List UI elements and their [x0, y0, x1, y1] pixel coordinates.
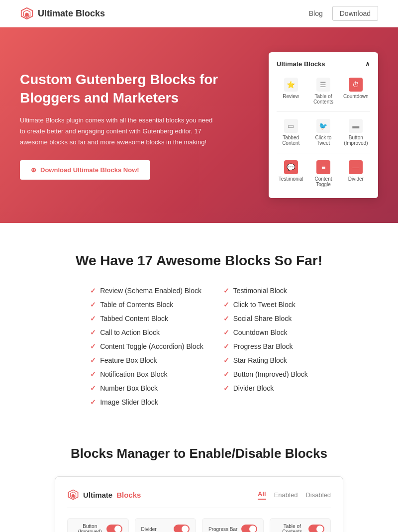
- nav-logo: Ultimate Blocks: [20, 6, 105, 20]
- card-item-testimonial: 💬 Testimonial: [277, 157, 305, 190]
- manager-logo-plain: Ultimate: [83, 491, 112, 499]
- check-icon: ✓: [223, 370, 229, 378]
- check-icon: ✓: [90, 328, 96, 336]
- check-icon: ✓: [223, 287, 229, 295]
- card-item-toggle: ≡ Content Toggle: [309, 157, 337, 190]
- toggle-switch[interactable]: [308, 525, 324, 532]
- list-item: ✓Divider Block: [223, 384, 308, 392]
- tab-disabled[interactable]: Disabled: [305, 491, 331, 499]
- list-item: ✓Feature Box Block: [90, 356, 203, 364]
- block-name: Click to Tweet Block: [233, 301, 296, 309]
- toggle-switch[interactable]: [106, 525, 122, 532]
- list-item: ✓Notification Box Block: [90, 370, 203, 378]
- check-icon: ✓: [90, 370, 96, 378]
- list-item: ✓Social Share Block: [223, 315, 308, 322]
- check-icon: ✓: [90, 342, 96, 350]
- list-item: ✓Countdown Block: [223, 328, 308, 336]
- list-item: ✓Table of Contents Block: [90, 301, 203, 309]
- manager-tabs: All Enabled Disabled: [258, 490, 331, 500]
- check-icon: ✓: [223, 328, 229, 336]
- svg-marker-5: [72, 494, 75, 498]
- hero-card-title: Ultimate Blocks: [277, 60, 325, 68]
- toggle-item: Progress Bar: [202, 518, 264, 532]
- block-name: Countdown Block: [233, 328, 288, 336]
- logo-icon: [20, 6, 34, 20]
- card-item-toc-label: Table of Contents: [310, 94, 336, 105]
- toggle-item: Button (Improved): [67, 518, 129, 532]
- hero-description: Ultimate Blocks plugin comes with all th…: [20, 115, 219, 148]
- block-name: Testimonial Block: [233, 287, 287, 295]
- list-item: ✓Number Box Block: [90, 384, 203, 392]
- toggle-switch[interactable]: [174, 525, 190, 532]
- block-name: Review (Schema Enabled) Block: [100, 287, 201, 295]
- check-icon: ✓: [223, 315, 229, 322]
- block-name: Divider Block: [233, 384, 274, 392]
- blocks-col-right: ✓Testimonial Block ✓Click to Tweet Block…: [223, 287, 308, 406]
- check-icon: ✓: [223, 342, 229, 350]
- block-name: Number Box Block: [100, 384, 158, 392]
- list-item: ✓Content Toggle (Accordion) Block: [90, 342, 203, 350]
- manager-section: Blocks Manager to Enable/Disable Blocks …: [0, 426, 398, 532]
- card-item-tabbed-label: Tabbed Content: [278, 135, 304, 146]
- check-icon: ✓: [90, 287, 96, 295]
- toggle-label: Progress Bar: [208, 527, 237, 532]
- block-name: Content Toggle (Accordion) Block: [100, 342, 203, 350]
- manager-logo: Ultimate Blocks: [67, 489, 141, 501]
- toggle-knob: [114, 526, 121, 532]
- list-item: ✓Call to Action Block: [90, 328, 203, 336]
- toggle-knob: [182, 526, 189, 532]
- check-icon: ✓: [223, 384, 229, 392]
- hero-card-header: Ultimate Blocks ∧: [277, 60, 370, 68]
- hero-text-block: Custom Gutenberg Blocks for Bloggers and…: [20, 71, 219, 179]
- manager-logo-red: Blocks: [116, 491, 141, 499]
- card-divider-2: [277, 153, 370, 153]
- hero-section: Custom Gutenberg Blocks for Bloggers and…: [0, 27, 398, 223]
- hero-button-label: Download Ultimate Blocks Now!: [40, 166, 139, 174]
- toggle-switch[interactable]: [241, 525, 257, 532]
- tab-all[interactable]: All: [258, 490, 266, 500]
- check-icon: ✓: [90, 398, 96, 406]
- card-item-tweet: 🐦 Click to Tweet: [309, 116, 337, 149]
- blocks-list-title: We Have 17 Awesome Blocks So Far!: [20, 253, 378, 269]
- check-icon: ✓: [90, 301, 96, 309]
- check-icon: ✓: [223, 356, 229, 364]
- card-item-tweet-label: Click to Tweet: [310, 135, 336, 146]
- block-name: Star Rating Block: [233, 356, 287, 364]
- block-name: Progress Bar Block: [233, 342, 293, 350]
- toggle-grid: Button (Improved) Divider Progress Bar T…: [67, 518, 331, 532]
- check-icon: ✓: [90, 384, 96, 392]
- hero-card-grid: ⭐ Review ☰ Table of Contents ⏱ Countdown: [277, 75, 370, 107]
- check-icon: ✓: [90, 315, 96, 322]
- manager-logo-icon: [67, 489, 79, 501]
- block-name: Social Share Block: [233, 315, 292, 322]
- navbar: Ultimate Blocks Blog Download: [0, 0, 398, 27]
- check-icon: ✓: [223, 301, 229, 309]
- svg-marker-2: [25, 12, 28, 17]
- hero-card-collapse-icon: ∧: [365, 60, 370, 68]
- divider-block-icon: —: [349, 160, 363, 174]
- block-name: Feature Box Block: [100, 356, 157, 364]
- toc-icon: ☰: [316, 78, 330, 92]
- toggle-item: Divider: [135, 518, 197, 532]
- toggle-label: Table of Contents: [276, 524, 309, 532]
- nav-download-link[interactable]: Download: [332, 6, 378, 21]
- list-item: ✓Click to Tweet Block: [223, 301, 308, 309]
- list-item: ✓Image Slider Block: [90, 398, 203, 406]
- blocks-list-section: We Have 17 Awesome Blocks So Far! ✓Revie…: [0, 223, 398, 426]
- toggle-item: Table of Contents: [270, 518, 331, 532]
- toggle-knob: [249, 526, 256, 532]
- blocks-list: ✓Review (Schema Enabled) Block ✓Table of…: [20, 287, 378, 406]
- tab-enabled[interactable]: Enabled: [274, 491, 298, 499]
- card-item-tabbed: ▭ Tabbed Content: [277, 116, 305, 149]
- card-item-button: ▬ Button (Improved): [342, 116, 370, 149]
- card-item-toc: ☰ Table of Contents: [309, 75, 337, 107]
- card-item-divider-label: Divider: [348, 176, 364, 182]
- list-item: ✓Button (Improved) Block: [223, 370, 308, 378]
- card-item-review: ⭐ Review: [277, 75, 305, 107]
- card-item-button-label: Button (Improved): [343, 135, 369, 146]
- review-icon: ⭐: [284, 78, 298, 92]
- block-name: Call to Action Block: [100, 328, 160, 336]
- hero-download-button[interactable]: ⊕ Download Ultimate Blocks Now!: [20, 160, 150, 180]
- nav-blog-link[interactable]: Blog: [301, 6, 330, 21]
- list-item: ✓Star Rating Block: [223, 356, 308, 364]
